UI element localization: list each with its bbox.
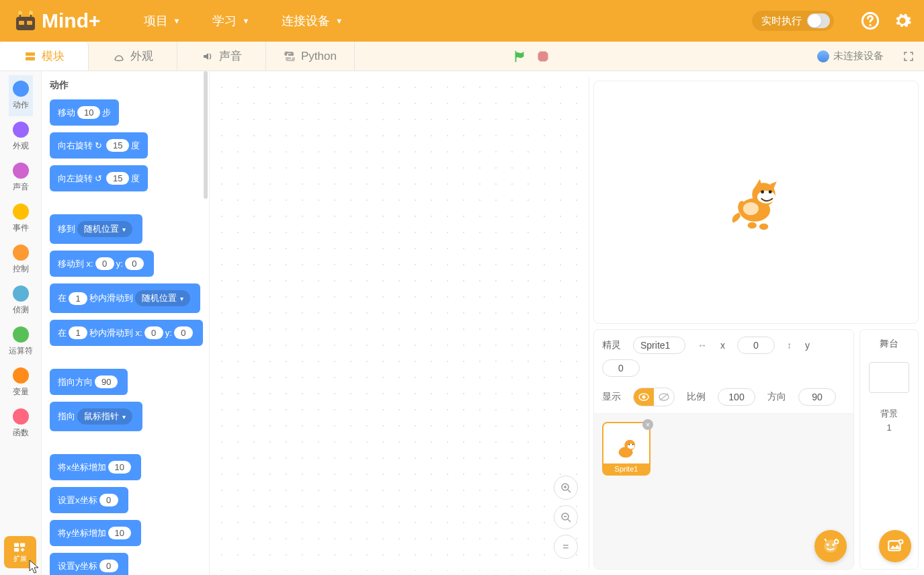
motion-block-5[interactable]: 在1秒内滑动到随机位置 <box>50 283 200 313</box>
motion-block-1[interactable]: 向右旋转↻15度 <box>50 132 148 159</box>
svg-point-25 <box>761 190 764 193</box>
motion-block-2[interactable]: 向左旋转↺15度 <box>50 165 148 191</box>
motion-block-10[interactable]: 设置x坐标0 <box>50 487 128 513</box>
sprite-name-input[interactable]: Sprite1 <box>633 337 685 354</box>
backdrop-thumbnail[interactable] <box>869 362 909 393</box>
settings-icon[interactable] <box>893 11 912 30</box>
motion-block-3[interactable]: 移到随机位置 <box>50 214 142 244</box>
scrollbar[interactable] <box>204 71 208 199</box>
connection-dot-icon <box>817 50 829 62</box>
sprite-thumbnail[interactable]: × Sprite1 <box>602 422 650 476</box>
category-functions[interactable]: 函数 <box>9 403 33 444</box>
category-events[interactable]: 事件 <box>9 198 33 239</box>
hide-sprite-button[interactable] <box>654 388 674 406</box>
green-flag-icon[interactable] <box>512 49 527 64</box>
zoom-out-button[interactable] <box>554 505 578 529</box>
help-icon[interactable] <box>861 11 880 30</box>
motion-block-0[interactable]: 移动10步 <box>50 99 119 126</box>
svg-point-27 <box>748 222 757 229</box>
direction-label: 方向 <box>767 391 786 403</box>
main-content: 动作外观声音事件控制侦测运算符变量函数 扩展 动作 移动10步向右旋转↻15度向… <box>0 71 924 575</box>
editor-tabs: 模块外观声音Python 未连接设备 <box>0 42 924 71</box>
backdrop-count: 1 <box>886 423 891 433</box>
realtime-toggle[interactable]: 实时执行 <box>752 11 834 31</box>
motion-block-6[interactable]: 在1秒内滑动到 x:0y:0 <box>50 320 203 346</box>
motion-block-11[interactable]: 将y坐标增加10 <box>50 520 141 546</box>
sprite-on-stage[interactable] <box>724 170 788 234</box>
svg-line-20 <box>568 519 571 522</box>
stage-preview[interactable] <box>593 81 919 324</box>
script-workspace[interactable]: = <box>210 75 589 571</box>
svg-point-3 <box>18 11 22 15</box>
sprite-scale-input[interactable]: 100 <box>718 388 755 406</box>
add-backdrop-button[interactable] <box>879 530 911 562</box>
category-looks[interactable]: 外观 <box>9 116 33 157</box>
svg-point-4 <box>29 11 33 15</box>
y-axis-icon: ↕ <box>787 340 792 351</box>
menu-1[interactable]: 学习▼ <box>212 13 249 29</box>
zoom-in-button[interactable] <box>554 476 578 500</box>
svg-rect-10 <box>26 57 35 60</box>
svg-point-8 <box>869 24 871 26</box>
right-panel: 精灵 Sprite1 ↔ x 0 ↕ y 0 显示 比例 100 <box>593 71 924 575</box>
stage-panel: 舞台 背景 1 <box>859 329 919 570</box>
svg-rect-44 <box>888 541 900 550</box>
fullscreen-icon[interactable] <box>902 50 915 62</box>
category-motion[interactable]: 动作 <box>9 75 33 116</box>
motion-block-8[interactable]: 指向鼠标指针 <box>50 402 142 431</box>
tab-python[interactable]: Python <box>266 42 355 71</box>
add-sprite-button[interactable] <box>814 530 847 562</box>
toggle-switch[interactable] <box>807 13 830 28</box>
svg-point-32 <box>642 396 646 399</box>
category-sound[interactable]: 声音 <box>9 157 33 198</box>
svg-point-38 <box>629 444 630 445</box>
motion-block-9[interactable]: 将x坐标增加10 <box>50 454 141 480</box>
x-axis-icon: ↔ <box>698 340 707 351</box>
backdrop-label: 背景 <box>880 408 898 420</box>
menu-0[interactable]: 项目▼ <box>144 13 181 29</box>
sprite-direction-input[interactable]: 90 <box>798 388 836 406</box>
block-palette[interactable]: 动作 移动10步向右旋转↻15度向左旋转↺15度移到随机位置移动到 x:0y:0… <box>42 71 210 575</box>
svg-rect-14 <box>20 543 25 547</box>
app-header: Mind+ 项目▼学习▼连接设备▼ 实时执行 <box>0 0 924 42</box>
svg-point-37 <box>628 444 635 449</box>
motion-block-7[interactable]: 指向方向90 <box>50 369 128 395</box>
scale-label: 比例 <box>687 391 706 403</box>
show-sprite-button[interactable] <box>634 388 654 406</box>
svg-point-28 <box>759 224 768 230</box>
sprite-panel: 精灵 Sprite1 ↔ x 0 ↕ y 0 显示 比例 100 <box>593 329 854 570</box>
brand-logo: Mind+ <box>12 7 101 34</box>
svg-rect-13 <box>14 548 19 551</box>
svg-rect-12 <box>14 543 19 547</box>
category-control[interactable]: 控制 <box>9 239 33 280</box>
svg-marker-11 <box>538 51 548 61</box>
logo-icon <box>12 7 39 34</box>
visibility-label: 显示 <box>602 391 621 403</box>
brand-text: Mind+ <box>42 9 101 32</box>
category-sensing[interactable]: 侦测 <box>9 280 33 321</box>
category-variables[interactable]: 变量 <box>9 362 33 403</box>
stop-icon[interactable] <box>536 50 550 63</box>
svg-rect-2 <box>27 21 32 25</box>
sprite-x-input[interactable]: 0 <box>737 337 775 354</box>
zoom-reset-button[interactable]: = <box>554 535 578 559</box>
block-categories: 动作外观声音事件控制侦测运算符变量函数 扩展 <box>0 71 42 575</box>
motion-block-4[interactable]: 移动到 x:0y:0 <box>50 251 154 277</box>
sprite-properties: 精灵 Sprite1 ↔ x 0 ↕ y 0 显示 比例 100 <box>594 330 853 414</box>
palette-title: 动作 <box>50 79 209 91</box>
category-operators[interactable]: 运算符 <box>9 321 33 362</box>
menu-2[interactable]: 连接设备▼ <box>282 13 343 29</box>
svg-point-39 <box>632 444 634 445</box>
tab-looks[interactable]: 外观 <box>89 42 177 71</box>
motion-block-12[interactable]: 设置y坐标0 <box>50 553 128 575</box>
delete-sprite-icon[interactable]: × <box>642 419 653 430</box>
connection-status[interactable]: 未连接设备 <box>817 50 884 62</box>
realtime-label: 实时执行 <box>761 15 802 28</box>
tab-sound[interactable]: 声音 <box>177 42 266 71</box>
extensions-button[interactable]: 扩展 <box>4 536 36 568</box>
sprite-y-input[interactable]: 0 <box>602 359 640 377</box>
tab-blocks[interactable]: 模块 <box>0 42 89 71</box>
svg-point-30 <box>743 202 759 215</box>
svg-point-42 <box>832 543 835 546</box>
svg-point-41 <box>827 543 829 546</box>
